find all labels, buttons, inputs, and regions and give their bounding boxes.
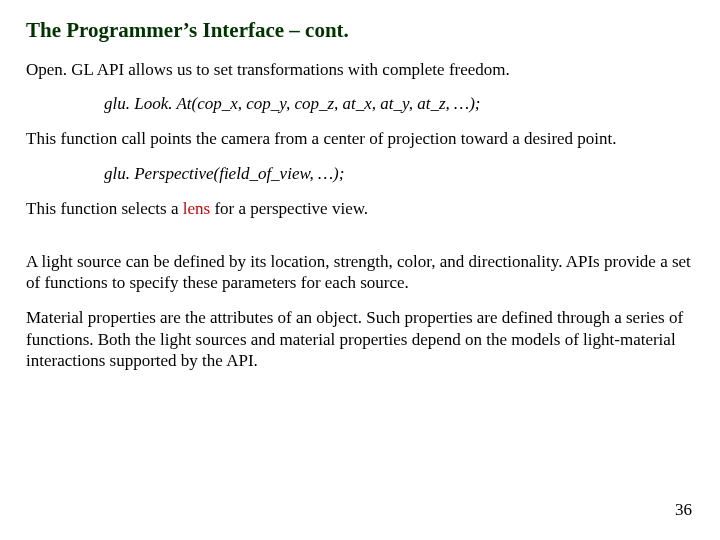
lens-sentence-a: This function selects a bbox=[26, 199, 183, 218]
lens-sentence-b: for a perspective view. bbox=[210, 199, 368, 218]
page-number: 36 bbox=[675, 500, 692, 520]
paragraph-intro: Open. GL API allows us to set transforma… bbox=[26, 59, 694, 80]
code-lookat: glu. Look. At(cop_x, cop_y, cop_z, at_x,… bbox=[104, 94, 694, 114]
paragraph-lookat-desc: This function call points the camera fro… bbox=[26, 128, 694, 149]
paragraph-light-source: A light source can be defined by its loc… bbox=[26, 251, 694, 294]
slide: The Programmer’s Interface – cont. Open.… bbox=[0, 0, 720, 540]
lens-word: lens bbox=[183, 199, 210, 218]
slide-title: The Programmer’s Interface – cont. bbox=[26, 18, 694, 43]
paragraph-lens: This function selects a lens for a persp… bbox=[26, 198, 694, 219]
spacer bbox=[26, 233, 694, 251]
paragraph-material: Material properties are the attributes o… bbox=[26, 307, 694, 371]
code-perspective: glu. Perspective(field_of_view, …); bbox=[104, 164, 694, 184]
